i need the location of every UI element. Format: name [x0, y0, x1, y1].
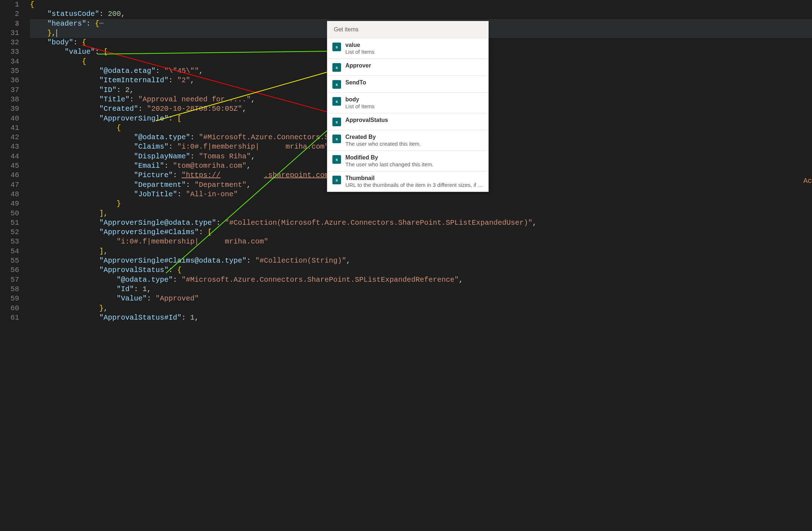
line-number: 1 — [0, 0, 19, 9]
sharepoint-icon: s — [332, 43, 341, 51]
sharepoint-icon: s — [332, 97, 341, 106]
panel-list: svalueList of ItemssApproversSendTosbody… — [327, 38, 488, 192]
panel-item[interactable]: sCreated ByThe user who created this ite… — [327, 130, 488, 151]
panel-item-title: ApprovalStatus — [345, 117, 483, 123]
line-number: 54 — [0, 247, 19, 256]
line-number: 35 — [0, 66, 19, 76]
panel-header: Get items — [327, 21, 488, 38]
line-number: 41 — [0, 123, 19, 133]
line-number: 38 — [0, 95, 19, 104]
line-number: 34 — [0, 57, 19, 66]
panel-item[interactable]: sThumbnailURL to the thumbnails of the i… — [327, 171, 488, 192]
dynamic-content-panel[interactable]: Get items svalueList of ItemssApproversS… — [327, 21, 489, 192]
panel-item[interactable]: svalueList of Items — [327, 38, 488, 59]
line-number: 36 — [0, 76, 19, 85]
line-number: 47 — [0, 180, 19, 190]
line-number: 58 — [0, 285, 19, 294]
line-number: 42 — [0, 133, 19, 142]
panel-item-desc: The user who last changed this item. — [345, 161, 483, 167]
panel-item-title: value — [345, 42, 483, 48]
line-number: 3› — [0, 19, 19, 28]
panel-item[interactable]: sbodyList of Items — [327, 93, 488, 113]
line-number: 59 — [0, 294, 19, 303]
line-number: 61 — [0, 313, 19, 322]
line-number: 53 — [0, 237, 19, 246]
panel-item-title: Approver — [345, 62, 483, 69]
panel-item[interactable]: sSendTo — [327, 76, 488, 93]
sharepoint-icon: s — [332, 135, 341, 143]
line-number: 40 — [0, 114, 19, 123]
panel-item-desc: The user who created this item. — [345, 141, 483, 147]
line-number: 55 — [0, 256, 19, 266]
panel-item[interactable]: sModified ByThe user who last changed th… — [327, 151, 488, 171]
line-number: 60 — [0, 304, 19, 313]
line-number: 46 — [0, 171, 19, 180]
line-number: 56 — [0, 266, 19, 275]
line-number: 50 — [0, 209, 19, 218]
panel-item-desc: List of Items — [345, 49, 483, 55]
sharepoint-icon: s — [332, 118, 341, 126]
panel-item-title: body — [345, 96, 483, 103]
line-number: 32 — [0, 38, 19, 47]
panel-item[interactable]: sApprovalStatus — [327, 113, 488, 130]
line-number: 52 — [0, 228, 19, 237]
line-number: 39 — [0, 104, 19, 114]
line-number: 33 — [0, 47, 19, 57]
sharepoint-icon: s — [332, 155, 341, 164]
line-number: 2 — [0, 9, 19, 19]
sharepoint-icon: s — [332, 176, 341, 184]
line-number: 43 — [0, 142, 19, 152]
line-number-gutter: 1 2 3› 31 32 33 34 35 36 37 38 39 40 41 … — [0, 0, 27, 531]
panel-item-desc: URL to the thumbnails of the item in 3 d… — [345, 182, 483, 188]
panel-item-title: Modified By — [345, 154, 483, 161]
line-number: 51 — [0, 218, 19, 228]
line-number: 57 — [0, 275, 19, 285]
line-number: 37 — [0, 85, 19, 95]
line-number: 48 — [0, 190, 19, 199]
sharepoint-icon: s — [332, 63, 341, 72]
line-number: 44 — [0, 152, 19, 161]
sharepoint-icon: s — [332, 80, 341, 89]
panel-item-desc: List of Items — [345, 103, 483, 109]
panel-item-title: SendTo — [345, 79, 483, 86]
panel-item-title: Created By — [345, 134, 483, 140]
line-number: 45 — [0, 161, 19, 171]
truncated-text: Ac — [803, 177, 812, 185]
panel-item[interactable]: sApprover — [327, 59, 488, 76]
text-cursor — [56, 29, 57, 37]
line-number: 31 — [0, 28, 19, 38]
line-number: 49 — [0, 199, 19, 209]
panel-item-title: Thumbnail — [345, 175, 483, 181]
fold-chevron-right-icon[interactable]: › — [15, 19, 18, 28]
